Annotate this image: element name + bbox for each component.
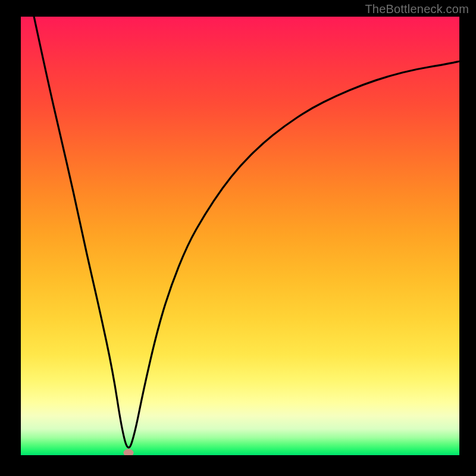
minimum-marker <box>123 449 133 455</box>
watermark-text: TheBottleneck.com <box>365 2 469 16</box>
chart-frame: TheBottleneck.com <box>0 0 476 476</box>
bottleneck-curve <box>21 17 459 455</box>
plot-area <box>21 17 459 455</box>
